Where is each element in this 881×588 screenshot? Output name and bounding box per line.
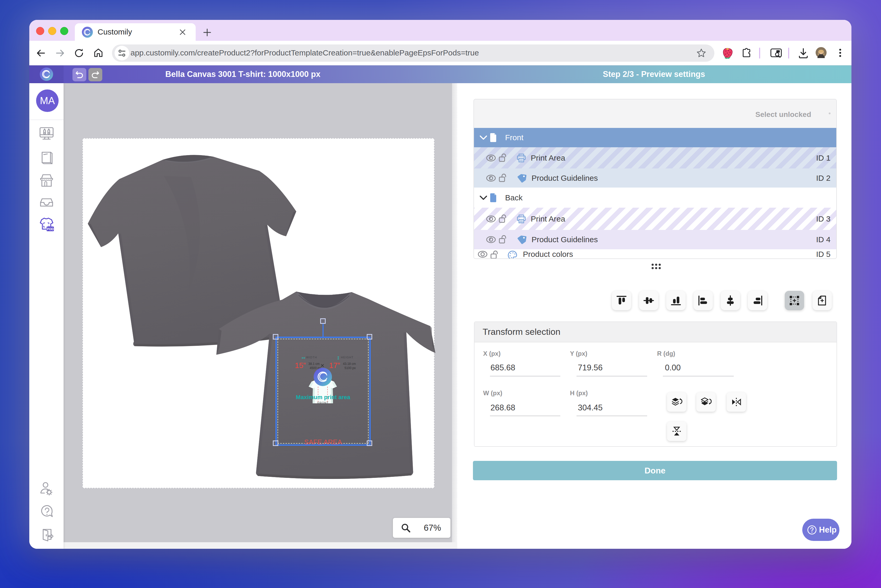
svg-text:POD: POD xyxy=(47,227,54,231)
